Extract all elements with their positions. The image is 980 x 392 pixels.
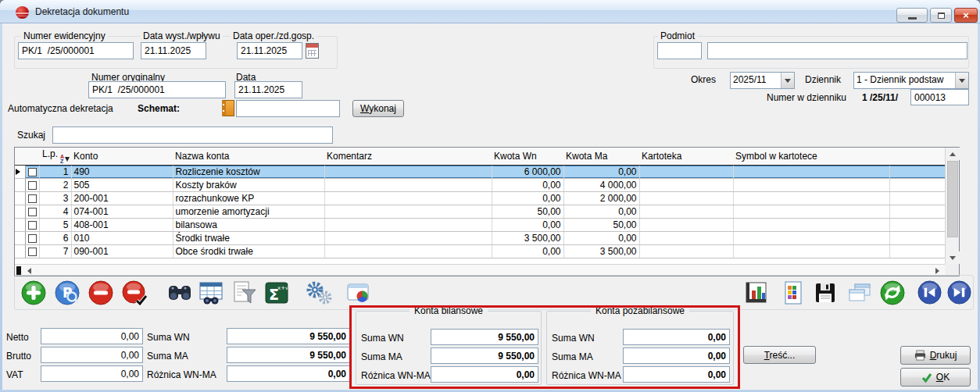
row-checkbox[interactable] — [28, 234, 37, 243]
cell-konto[interactable]: 074-001 — [71, 205, 173, 218]
cell-komentarz[interactable] — [324, 244, 492, 258]
cell-lp[interactable]: 2 — [39, 178, 71, 191]
cell-kartoteka[interactable] — [639, 231, 733, 244]
last-record-button[interactable] — [946, 280, 972, 305]
grid-vertical-scrollbar[interactable] — [945, 148, 959, 264]
okres-select[interactable]: 2025/11 — [730, 72, 795, 89]
dziennik-select[interactable]: 1 - Dziennik podstaw — [853, 72, 969, 89]
cell-komentarz[interactable] — [324, 205, 492, 218]
row-checkbox-cell[interactable] — [25, 205, 39, 218]
export-sheet-button[interactable] — [780, 280, 807, 306]
row-checkbox-cell[interactable] — [25, 178, 39, 191]
cell-nazwa[interactable]: Obce środki trwałe — [173, 244, 324, 258]
cell-symbol[interactable] — [733, 244, 889, 258]
refresh-button[interactable] — [879, 280, 906, 306]
cell-konto[interactable]: 408-001 — [71, 218, 173, 231]
header-kartoteka[interactable]: Kartoteka — [639, 148, 733, 165]
cell-kwota_wn[interactable]: 0,00 — [492, 191, 563, 205]
cell-kartoteka[interactable] — [639, 165, 733, 178]
chart-button[interactable] — [743, 280, 770, 306]
cell-lp[interactable]: 3 — [39, 191, 71, 205]
close-button[interactable]: × — [954, 8, 978, 23]
search-in-table-button[interactable] — [198, 280, 224, 306]
calendar-icon[interactable] — [306, 43, 319, 59]
cell-kartoteka[interactable] — [639, 244, 733, 258]
add-record-button[interactable] — [20, 280, 47, 306]
data-operacji-input[interactable] — [237, 42, 302, 59]
vat-input[interactable] — [41, 365, 143, 382]
header-komentarz[interactable]: Komentarz — [324, 148, 492, 165]
row-checkbox[interactable] — [28, 168, 37, 176]
cell-kwota_ma[interactable]: 0,00 — [563, 231, 639, 244]
row-checkbox[interactable] — [28, 221, 37, 230]
grid-row[interactable]: 7090-001Obce środki trwałe0,003 500,00 — [15, 244, 945, 258]
sort-az-icon[interactable]: AZ — [60, 155, 70, 164]
cell-symbol[interactable] — [733, 231, 889, 244]
cell-konto[interactable]: 200-001 — [71, 191, 173, 205]
numer-ewidencyjny-input[interactable] — [18, 42, 134, 59]
row-checkbox-cell[interactable] — [25, 218, 39, 231]
row-checkbox-cell[interactable] — [25, 191, 39, 205]
numer-w-dzienniku-input[interactable] — [910, 89, 969, 105]
grid-row[interactable]: 3200-001rozrachunkowe KP0,002 000,00 — [15, 191, 945, 205]
podmiot-name-input[interactable] — [707, 42, 967, 59]
tresc-button[interactable]: Treść... — [743, 346, 816, 364]
okres-dropdown-button[interactable] — [781, 73, 794, 88]
header-nazwa-konta[interactable]: Nazwa konta — [173, 148, 324, 165]
cell-symbol[interactable] — [733, 218, 889, 231]
dziennik-dropdown-button[interactable] — [955, 73, 968, 88]
row-checkbox[interactable] — [28, 181, 37, 190]
netto-input[interactable] — [41, 328, 143, 344]
cell-kartoteka[interactable] — [639, 205, 733, 218]
settings-button[interactable] — [306, 280, 332, 306]
cell-kwota_wn[interactable]: 0,00 — [492, 178, 563, 191]
kp-roznica-input[interactable] — [623, 366, 730, 383]
cell-komentarz[interactable] — [324, 165, 492, 178]
schemat-input[interactable] — [236, 100, 340, 117]
ok-button[interactable]: OK — [900, 368, 971, 387]
kb-suma-ma-input[interactable] — [431, 347, 538, 364]
grid-horizontal-scrollbar[interactable] — [15, 264, 945, 276]
title-bar[interactable]: Dekretacja dokumentu × — [0, 0, 980, 23]
kb-roznica-input[interactable] — [431, 366, 538, 383]
report-window-button[interactable] — [345, 280, 372, 306]
cell-kartoteka[interactable] — [639, 178, 733, 191]
delete-record-button[interactable] — [88, 280, 114, 306]
kp-suma-ma-input[interactable] — [623, 347, 730, 364]
header-kwota-wn[interactable]: Kwota Wn — [492, 148, 563, 165]
wykonaj-button[interactable]: Wykonaj — [352, 100, 404, 117]
scroll-down-button[interactable] — [946, 251, 960, 264]
cell-lp[interactable]: 5 — [39, 218, 71, 231]
edit-position-button[interactable]: P — [54, 280, 80, 306]
cell-kwota_wn[interactable]: 6 000,00 — [492, 165, 563, 178]
row-checkbox[interactable] — [28, 208, 37, 216]
cell-komentarz[interactable] — [324, 231, 492, 244]
cell-lp[interactable]: 7 — [39, 244, 71, 258]
scroll-up-button[interactable] — [946, 148, 960, 160]
cell-nazwa[interactable]: umorzenie amortyzacji — [173, 205, 324, 218]
row-checkbox-cell[interactable] — [25, 231, 39, 244]
cell-kwota_ma[interactable]: 0,00 — [563, 205, 639, 218]
cell-kwota_wn[interactable]: 0,00 — [492, 218, 563, 231]
brutto-input[interactable] — [41, 347, 143, 363]
cell-kwota_wn[interactable]: 50,00 — [492, 205, 563, 218]
header-konto[interactable]: Konto — [71, 148, 173, 165]
cell-nazwa[interactable]: bilansowa — [173, 218, 324, 231]
kp-suma-wn-input[interactable] — [623, 329, 730, 345]
data-input[interactable] — [234, 81, 302, 98]
cell-kwota_ma[interactable]: 3 500,00 — [563, 244, 639, 258]
cell-nazwa[interactable]: Rozliczenie kosztów — [173, 165, 324, 178]
numer-oryginalny-input[interactable] — [88, 81, 226, 98]
header-symbol-w-kartotece[interactable]: Symbol w kartotece — [733, 148, 889, 165]
cell-symbol[interactable] — [733, 178, 889, 191]
row-checkbox[interactable] — [28, 248, 37, 256]
suma-ma-input[interactable] — [227, 347, 350, 363]
cell-konto[interactable]: 010 — [71, 231, 173, 244]
cell-konto[interactable]: 490 — [71, 165, 173, 178]
podmiot-code-input[interactable] — [657, 42, 702, 59]
cell-komentarz[interactable] — [324, 191, 492, 205]
cell-konto[interactable]: 090-001 — [71, 244, 173, 258]
maximize-button[interactable] — [930, 8, 952, 23]
cell-komentarz[interactable] — [324, 178, 492, 191]
row-checkbox-cell[interactable] — [25, 165, 39, 178]
